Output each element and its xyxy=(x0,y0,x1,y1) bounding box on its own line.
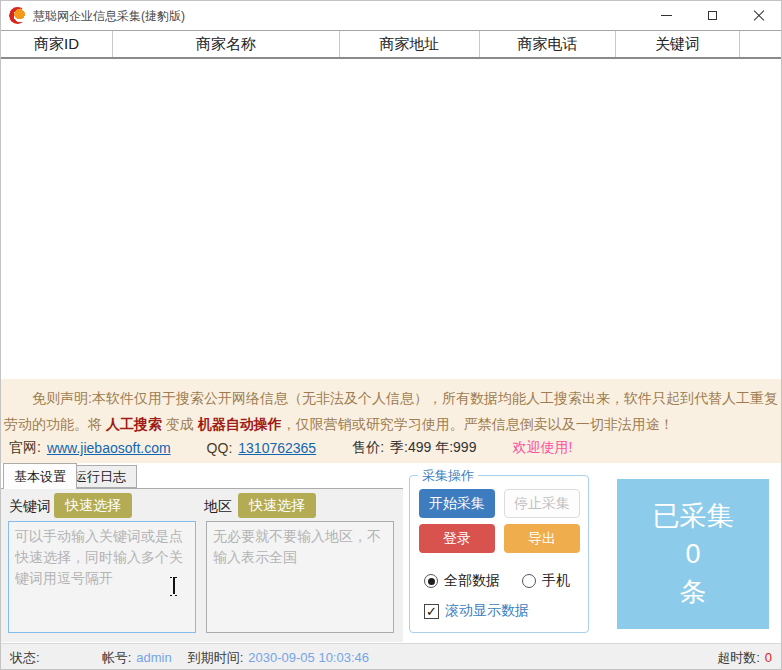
collect-operations-group: 采集操作 开始采集 停止采集 登录 导出 全部数据 手机 ✓ 滚动显示数据 xyxy=(409,475,589,633)
data-scope-radio-row: 全部数据 手机 xyxy=(424,572,570,590)
radio-selected-dot xyxy=(428,578,435,585)
collected-counter: 已采集 0 条 xyxy=(617,479,769,629)
close-icon xyxy=(753,10,764,21)
timeout-value: 0 xyxy=(765,650,772,665)
radio-mobile-only[interactable] xyxy=(522,574,536,588)
start-collect-button[interactable]: 开始采集 xyxy=(419,489,495,518)
account-value: admin xyxy=(136,650,171,665)
notice-area: 免则声明:本软件仅用于搜索公开网络信息（无非法及个人信息），所有数据均能人工搜索… xyxy=(1,379,781,463)
keyword-quick-select-button[interactable]: 快速选择 xyxy=(54,493,132,518)
login-button[interactable]: 登录 xyxy=(419,524,495,553)
maximize-button[interactable] xyxy=(689,1,735,30)
close-button[interactable] xyxy=(735,1,781,30)
column-header-merchant-phone[interactable]: 商家电话 xyxy=(480,31,616,57)
qq-label: QQ: xyxy=(207,440,233,456)
basic-settings-panel: 关键词 快速选择 地区 快速选择 xyxy=(1,488,403,642)
minimize-icon xyxy=(661,15,672,16)
text-cursor xyxy=(169,577,178,594)
maximize-icon xyxy=(708,11,717,20)
region-input[interactable] xyxy=(206,521,394,633)
window-controls xyxy=(643,1,781,30)
app-window: 慧聪网企业信息采集(捷豹版) 商家ID 商家名称 商家地址 商家电话 关键词 免… xyxy=(0,0,782,670)
disclaimer-seg2: 变成 xyxy=(162,416,198,432)
scroll-display-check-row: ✓ 滚动显示数据 xyxy=(424,602,529,620)
scroll-display-checkbox[interactable]: ✓ xyxy=(424,604,439,619)
expire-value: 2030-09-05 10:03:46 xyxy=(248,650,369,665)
window-title: 慧聪网企业信息采集(捷豹版) xyxy=(33,8,185,25)
app-icon xyxy=(9,7,26,24)
keyword-input[interactable] xyxy=(8,521,196,633)
tab-basic-settings[interactable]: 基本设置 xyxy=(3,463,77,489)
radio-all-data[interactable] xyxy=(424,574,438,588)
column-header-merchant-address[interactable]: 商家地址 xyxy=(340,31,480,57)
status-label: 状态: xyxy=(10,649,40,667)
region-label: 地区 xyxy=(204,498,232,516)
collected-count: 0 xyxy=(685,535,700,573)
price-label: 售价: xyxy=(352,439,384,457)
site-link[interactable]: www.jiebaosoft.com xyxy=(47,440,171,456)
keyword-label: 关键词 xyxy=(9,498,51,516)
export-button[interactable]: 导出 xyxy=(504,524,580,553)
expire-label: 到期时间: xyxy=(188,649,244,667)
radio-mobile-only-label: 手机 xyxy=(542,572,570,590)
info-line: 官网: www.jiebaosoft.com QQ: 1310762365 售价… xyxy=(9,438,572,458)
collected-title: 已采集 xyxy=(653,497,734,535)
minimize-button[interactable] xyxy=(643,1,689,30)
results-table-header: 商家ID 商家名称 商家地址 商家电话 关键词 xyxy=(1,30,781,59)
column-header-merchant-name[interactable]: 商家名称 xyxy=(113,31,340,57)
welcome-text: 欢迎使用! xyxy=(512,439,572,457)
qq-link[interactable]: 1310762365 xyxy=(238,440,316,456)
collected-unit: 条 xyxy=(680,573,707,611)
collect-operations-label: 采集操作 xyxy=(418,467,478,485)
results-table-body xyxy=(1,61,781,379)
disclaimer-text: 免则声明:本软件仅用于搜索公开网络信息（无非法及个人信息），所有数据均能人工搜索… xyxy=(4,385,779,437)
disclaimer-seg3: ，仅限营销或研究学习使用。严禁信息倒卖以及一切非法用途！ xyxy=(282,416,674,432)
disclaimer-bold-manual: 人工搜索 xyxy=(106,416,162,432)
region-quick-select-button[interactable]: 快速选择 xyxy=(238,493,316,518)
timeout-label: 超时数: xyxy=(717,649,760,667)
price-value: 季:499 年:999 xyxy=(390,439,476,457)
main-area: 基本设置 运行日志 关键词 快速选择 地区 快速选择 采集操作 开始采集 停止采… xyxy=(1,463,781,643)
column-header-keyword[interactable]: 关键词 xyxy=(616,31,740,57)
title-bar: 慧聪网企业信息采集(捷豹版) xyxy=(1,1,781,30)
scroll-display-label: 滚动显示数据 xyxy=(445,602,529,620)
site-label: 官网: xyxy=(9,439,41,457)
column-header-merchant-id[interactable]: 商家ID xyxy=(1,31,113,57)
stop-collect-button[interactable]: 停止采集 xyxy=(504,489,580,518)
radio-all-data-label: 全部数据 xyxy=(444,572,500,590)
account-label: 帐号: xyxy=(102,649,132,667)
column-header-empty xyxy=(740,31,781,57)
disclaimer-bold-auto: 机器自动操作 xyxy=(198,416,282,432)
status-bar: 状态: 帐号: admin 到期时间: 2030-09-05 10:03:46 … xyxy=(1,643,781,670)
